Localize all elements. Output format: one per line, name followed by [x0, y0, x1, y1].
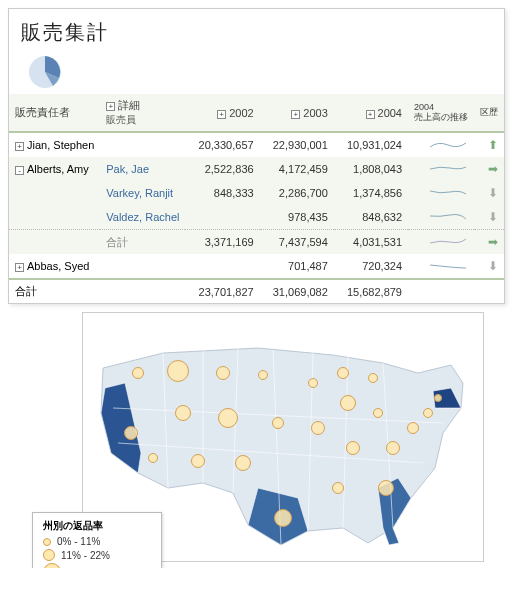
col-2004[interactable]: +2004	[334, 94, 408, 132]
col-hist: 2004売上高の推移	[408, 94, 474, 132]
sparkline-icon	[428, 209, 468, 223]
col-salesperson: +詳細販売員	[100, 94, 185, 132]
salesperson-link[interactable]: Pak, Jae	[100, 157, 185, 181]
expand-icon[interactable]: +	[291, 110, 300, 119]
legend-item: 22% - 33%	[43, 563, 151, 568]
expand-icon[interactable]: +	[217, 110, 226, 119]
arrow-down-icon: ⬇	[474, 205, 504, 230]
arrow-down-icon: ⬇	[474, 254, 504, 279]
legend-item: 0% - 11%	[43, 536, 151, 547]
collapse-icon[interactable]: -	[15, 166, 24, 175]
pie-icon	[27, 54, 63, 90]
col-2002[interactable]: +2002	[185, 94, 259, 132]
sparkline-icon	[428, 185, 468, 199]
col-manager: 販売責任者	[9, 94, 100, 132]
col-2003[interactable]: +2003	[260, 94, 334, 132]
expand-icon[interactable]: +	[15, 142, 24, 151]
sparkline-icon	[428, 258, 468, 272]
arrow-down-icon: ⬇	[474, 181, 504, 205]
table-subtotal-row: 合計 3,371,169 7,437,594 4,031,531 ➡	[9, 230, 504, 255]
arrow-right-icon: ➡	[474, 157, 504, 181]
expand-icon[interactable]: +	[106, 102, 115, 111]
table-row[interactable]: Varkey, Ranjit 848,333 2,286,700 1,374,8…	[9, 181, 504, 205]
salesperson-link[interactable]: Varkey, Ranjit	[100, 181, 185, 205]
col-trend: 区歴	[474, 94, 504, 132]
page-title: 販売集計	[9, 9, 504, 50]
table-row[interactable]: -Alberts, Amy Pak, Jae 2,522,836 4,172,4…	[9, 157, 504, 181]
table-total-row: 合計 23,701,827 31,069,082 15,682,879	[9, 279, 504, 303]
map-section: 州別の返品率 0% - 11% 11% - 22% 22% - 33% 33% …	[12, 312, 501, 562]
sales-summary-panel: 販売集計 販売責任者 +詳細販売員 +2002 +2003 +2004 2004…	[8, 8, 505, 304]
legend-item: 11% - 22%	[43, 549, 151, 561]
table-row[interactable]: +Abbas, Syed 701,487 720,324 ⬇	[9, 254, 504, 279]
sparkline-icon	[428, 234, 468, 248]
table-row[interactable]: Valdez, Rachel 978,435 848,632 ⬇	[9, 205, 504, 230]
salesperson-link[interactable]: Valdez, Rachel	[100, 205, 185, 230]
legend-return-rate: 州別の返品率 0% - 11% 11% - 22% 22% - 33% 33% …	[32, 512, 162, 568]
arrow-right-icon: ➡	[474, 230, 504, 255]
sparkline-icon	[428, 137, 468, 151]
table-row[interactable]: +Jian, Stephen 20,330,657 22,930,001 10,…	[9, 132, 504, 157]
arrow-up-icon: ⬆	[474, 132, 504, 157]
expand-icon[interactable]: +	[15, 263, 24, 272]
sparkline-icon	[428, 161, 468, 175]
expand-icon[interactable]: +	[366, 110, 375, 119]
sales-table: 販売責任者 +詳細販売員 +2002 +2003 +2004 2004売上高の推…	[9, 94, 504, 303]
